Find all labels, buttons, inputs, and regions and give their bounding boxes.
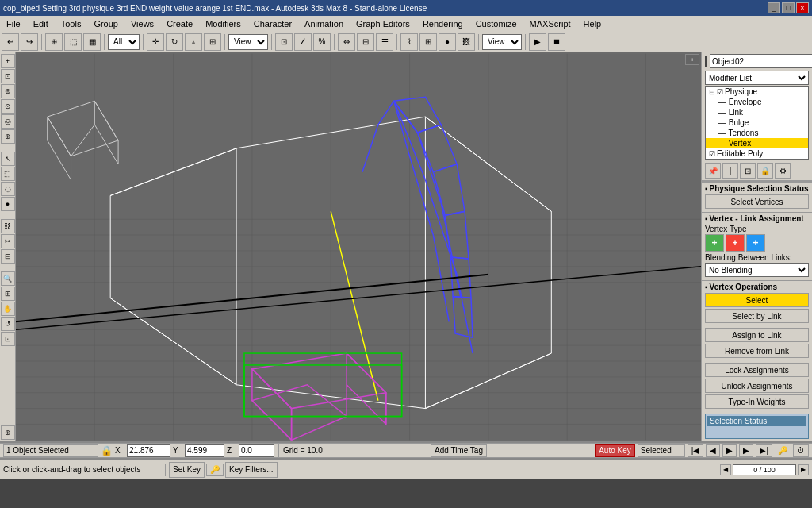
menu-edit[interactable]: Edit — [30, 19, 52, 29]
modifier-editable-poly[interactable]: ☑ Editable Poly — [706, 148, 808, 159]
assign-to-link-button[interactable]: Assign to Link — [705, 328, 809, 342]
modifier-list-select[interactable]: Modifier List — [705, 71, 809, 85]
modifier-vertex[interactable]: — Vertex — [706, 138, 808, 148]
next-nav-button[interactable]: ▶ — [798, 464, 809, 475]
modifier-envelope[interactable]: — Envelope — [706, 97, 808, 107]
menu-modifiers[interactable]: Modifiers — [202, 19, 244, 29]
snap-to-grid[interactable]: ⊕ — [1, 425, 15, 440]
modifier-tendons[interactable]: — Tendons — [706, 128, 808, 138]
blending-select[interactable]: No Blending — [705, 263, 809, 277]
maximize-vp-tool[interactable]: ⊡ — [1, 332, 15, 346]
go-to-end-button[interactable]: ▶| — [756, 444, 772, 457]
select-button[interactable]: Select — [705, 293, 809, 307]
prev-frame-button[interactable]: ◀ — [706, 444, 720, 457]
display-btn[interactable]: ◎ — [1, 114, 15, 129]
maximize-button[interactable]: □ — [782, 2, 795, 13]
hierarchy-btn[interactable]: ⊜ — [1, 84, 15, 98]
redo-button[interactable]: ↪ — [21, 33, 38, 51]
align-button[interactable]: ⊟ — [357, 33, 374, 51]
pan-tool[interactable]: ✋ — [1, 302, 15, 316]
schematic-button[interactable]: ⊞ — [419, 33, 437, 51]
menu-file[interactable]: File — [3, 19, 24, 29]
x-coord-input[interactable] — [127, 444, 170, 457]
viewport-menu-button[interactable]: + — [685, 54, 699, 65]
link-tool[interactable]: ⛓ — [1, 219, 15, 233]
material-editor-button[interactable]: ● — [439, 33, 456, 51]
zoom-all-tool[interactable]: ⊞ — [1, 287, 15, 301]
lock-button[interactable]: 🔒 — [757, 163, 773, 179]
angle-snap-button[interactable]: ∠ — [294, 33, 312, 51]
vertex-type-blue-button[interactable]: + — [746, 234, 765, 252]
render-scene-button[interactable]: 🖼 — [458, 33, 475, 51]
select-transform-button[interactable]: ⊞ — [204, 33, 221, 51]
filter-select[interactable]: All — [108, 34, 140, 50]
make-unique-button[interactable]: ⊡ — [740, 163, 756, 179]
menu-tools[interactable]: Tools — [58, 19, 85, 29]
zoom-tool[interactable]: 🔍 — [1, 271, 15, 286]
rotate-button[interactable]: ↻ — [166, 33, 183, 51]
lock-assignments-button[interactable]: Lock Assignments — [705, 363, 809, 377]
menu-help[interactable]: Help — [580, 19, 605, 29]
vertex-type-green-button[interactable]: + — [705, 234, 724, 252]
viewport[interactable]: Perspective — [16, 52, 701, 441]
paint-select[interactable]: ● — [1, 197, 15, 211]
next-frame-button[interactable]: ▶ — [739, 444, 753, 457]
menu-create[interactable]: Create — [163, 19, 196, 29]
modifier-bulge[interactable]: — Bulge — [706, 117, 808, 128]
play-button-bar[interactable]: ▶ — [722, 444, 737, 457]
select-region-button[interactable]: ⬚ — [64, 33, 82, 51]
z-coord-input[interactable] — [239, 444, 274, 457]
graph-editor-button[interactable]: ⌇ — [400, 33, 418, 51]
stop-button[interactable]: ⏹ — [548, 33, 565, 51]
snaps-button[interactable]: ⊡ — [275, 33, 293, 51]
remove-from-link-button[interactable]: Remove from Link — [705, 344, 809, 358]
close-button[interactable]: × — [796, 2, 809, 13]
minimize-button[interactable]: _ — [768, 2, 780, 13]
vertex-type-red-button[interactable]: + — [726, 234, 745, 252]
time-config-button[interactable]: ⏱ — [793, 444, 809, 457]
menu-graph-editors[interactable]: Graph Editors — [353, 19, 413, 29]
lasso-tool[interactable]: ◌ — [1, 182, 15, 196]
menu-views[interactable]: Views — [128, 19, 157, 29]
scale-button[interactable]: ⟁ — [185, 33, 202, 51]
set-key-button[interactable]: Set Key — [169, 462, 205, 478]
add-time-tag-button[interactable]: Add Time Tag — [431, 444, 487, 457]
select-tool[interactable]: ↖ — [1, 152, 15, 166]
percent-snap-button[interactable]: % — [313, 33, 331, 51]
arc-rotate-tool[interactable]: ↺ — [1, 317, 15, 331]
key-filters-button[interactable]: Key Filters... — [225, 462, 278, 478]
menu-customize[interactable]: Customize — [473, 19, 520, 29]
undo-button[interactable]: ↩ — [2, 33, 19, 51]
y-coord-input[interactable] — [185, 444, 224, 457]
play-button[interactable]: ▶ — [529, 33, 546, 51]
ref-coord-select[interactable]: View — [228, 34, 268, 50]
select-vertices-button[interactable]: Select Vertices — [705, 194, 809, 209]
prev-nav-button[interactable]: ◀ — [720, 464, 731, 475]
select-all-button[interactable]: ▦ — [83, 33, 101, 51]
modify-btn[interactable]: ⊡ — [1, 69, 15, 83]
menu-maxscript[interactable]: MAXScript — [527, 19, 574, 29]
pin-stack-button[interactable]: 📌 — [705, 163, 721, 179]
modifier-link[interactable]: — Link — [706, 107, 808, 117]
mirror-button[interactable]: ⇔ — [338, 33, 355, 51]
show-end-result-button[interactable]: | — [722, 163, 738, 179]
lock-icon[interactable]: 🔒 — [101, 445, 113, 456]
select-region-tool[interactable]: ⬚ — [1, 167, 15, 181]
modifier-physique[interactable]: ⊟ ☑ Physique — [706, 87, 808, 97]
view-select[interactable]: View — [482, 34, 522, 50]
unlink-tool[interactable]: ✂ — [1, 234, 15, 248]
create-btn[interactable]: + — [1, 54, 15, 68]
select-button[interactable]: ⊕ — [45, 33, 63, 51]
utilities-btn[interactable]: ⊕ — [1, 129, 15, 144]
menu-group[interactable]: Group — [90, 19, 121, 29]
auto-key-button[interactable]: Auto Key — [595, 444, 635, 457]
configure-button[interactable]: ⚙ — [775, 163, 791, 179]
type-in-weights-button[interactable]: Type-In Weights — [705, 394, 809, 409]
menu-animation[interactable]: Animation — [301, 19, 347, 29]
move-button[interactable]: ✛ — [147, 33, 164, 51]
menu-rendering[interactable]: Rendering — [419, 19, 466, 29]
layer-button[interactable]: ☰ — [376, 33, 393, 51]
menu-character[interactable]: Character — [251, 19, 295, 29]
object-color-swatch[interactable] — [705, 56, 707, 67]
select-by-link-button[interactable]: Select by Link — [705, 309, 809, 323]
